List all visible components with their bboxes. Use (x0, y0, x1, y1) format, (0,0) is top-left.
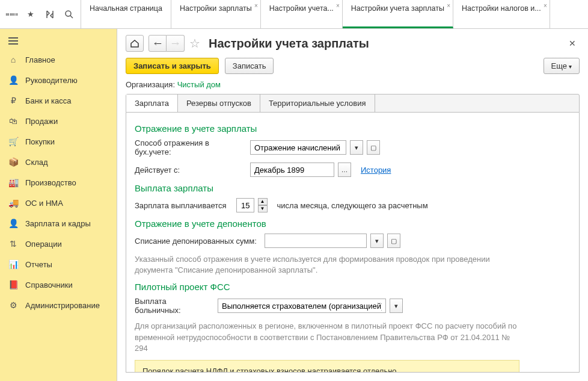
top-bar: ★ Начальная страницаНастройки зарплаты×Н… (0, 0, 588, 29)
subtabs: ЗарплатаРезервы отпусковТерриториальные … (126, 94, 580, 113)
deponent-input[interactable] (265, 234, 367, 248)
sidebar: ⌂Главное👤Руководителю₽Банк и касса🛍Прода… (0, 29, 117, 381)
ruble-icon: ₽ (8, 96, 18, 105)
sidebar-item-label: Продажи (25, 117, 58, 126)
organization-label: Организация: (126, 80, 175, 89)
payment-after-label: числа месяца, следующего за расчетным (277, 201, 428, 210)
book-icon: 📕 (8, 280, 18, 290)
sidebar-item-11[interactable]: 📕Справочники (0, 274, 117, 295)
sidebar-item-6[interactable]: 🏭Производство (0, 172, 117, 193)
search-icon[interactable] (64, 9, 75, 20)
subtab-2[interactable]: Территориальные условия (260, 94, 375, 112)
reflection-label: Способ отражения в бух.учете: (135, 138, 247, 156)
save-button[interactable]: Записать (225, 58, 274, 74)
top-tab-4[interactable]: Настройки налогов и...× (453, 0, 550, 28)
payment-day-input[interactable] (236, 198, 254, 212)
section-salary-payment: Выплата зарплаты (135, 183, 571, 193)
sidebar-item-7[interactable]: 🚚ОС и НМА (0, 193, 117, 213)
gear-icon: ⚙ (8, 300, 18, 310)
sidebar-item-5[interactable]: 📦Склад (0, 152, 117, 172)
sidebar-item-label: Зарплата и кадры (25, 219, 91, 228)
tab-title: Настройки налогов и... (462, 4, 541, 13)
subtab-1[interactable]: Резервы отпусков (178, 94, 260, 112)
organization-link[interactable]: Чистый дом (177, 80, 221, 89)
tab-close-icon[interactable]: × (254, 2, 258, 9)
section-fss: Пилотный проект ФСС (135, 282, 571, 292)
highlight-box: Порядок расчета НДФЛ и страховых взносов… (135, 360, 519, 373)
top-tab-2[interactable]: Настройки учета...× (261, 0, 343, 28)
person-icon: 👤 (8, 75, 18, 85)
tab-close-icon[interactable]: × (447, 2, 450, 9)
history-icon[interactable] (44, 9, 55, 20)
payment-label: Зарплата выплачивается (135, 201, 227, 210)
sidebar-item-label: Операции (25, 240, 62, 249)
sidebar-item-label: Справочники (25, 280, 73, 290)
payment-day-stepper[interactable]: ▲▼ (258, 198, 268, 212)
sidebar-item-8[interactable]: 👤Зарплата и кадры (0, 213, 117, 234)
sidebar-item-label: Главное (25, 55, 55, 64)
tab-strip: Начальная страницаНастройки зарплаты×Нас… (81, 0, 588, 28)
home-button[interactable] (126, 35, 144, 52)
truck-icon: 🚚 (8, 198, 18, 208)
sidebar-item-4[interactable]: 🛒Покупки (0, 131, 117, 152)
sidebar-item-10[interactable]: 📊Отчеты (0, 254, 117, 274)
history-link[interactable]: История (361, 166, 391, 175)
sidebar-item-label: Отчеты (25, 260, 52, 269)
apps-icon[interactable] (6, 9, 17, 20)
star-icon[interactable]: ★ (25, 9, 36, 20)
back-button[interactable]: 🡐 (149, 35, 167, 52)
sidebar-toggle[interactable] (0, 33, 117, 49)
tab-title: Настройки учета зарплаты (351, 4, 444, 13)
effective-label: Действует с: (135, 166, 247, 175)
sidebar-item-label: ОС и НМА (25, 199, 63, 208)
sidebar-item-0[interactable]: ⌂Главное (0, 49, 117, 70)
cart-icon: 🛒 (8, 137, 18, 146)
sidebar-item-2[interactable]: ₽Банк и касса (0, 90, 117, 111)
user-icon: 👤 (8, 218, 18, 228)
top-tab-0[interactable]: Начальная страница (81, 0, 171, 28)
sidebar-item-label: Банк и касса (25, 96, 72, 105)
sick-dropdown-button[interactable]: ▾ (390, 299, 403, 313)
top-tab-1[interactable]: Настройки зарплаты× (171, 0, 261, 28)
close-page-button[interactable]: ✕ (565, 39, 580, 48)
page-title: Настройки учета зарплаты (209, 37, 369, 51)
chart-icon: 📊 (8, 259, 18, 269)
save-and-close-button[interactable]: Записать и закрыть (126, 58, 219, 74)
sidebar-item-label: Склад (25, 158, 48, 167)
sidebar-item-label: Администрирование (25, 301, 100, 310)
reflection-open-button[interactable]: ▢ (367, 140, 380, 155)
tab-close-icon[interactable]: × (544, 2, 547, 9)
deponent-dropdown-button[interactable]: ▾ (370, 234, 384, 248)
sidebar-item-label: Покупки (25, 137, 55, 146)
sidebar-item-3[interactable]: 🛍Продажи (0, 111, 117, 131)
section-salary-reflection: Отражение в учете зарплаты (135, 123, 571, 134)
top-tab-3[interactable]: Настройки учета зарплаты× (343, 0, 453, 28)
favorite-icon[interactable]: ☆ (189, 36, 200, 51)
sidebar-item-12[interactable]: ⚙Администрирование (0, 295, 117, 315)
forward-button[interactable]: 🡒 (167, 35, 185, 52)
sidebar-item-9[interactable]: ⇅Операции (0, 234, 117, 254)
fss-note: Для организаций расположенных в регионе,… (135, 321, 519, 354)
effective-picker-button[interactable]: … (338, 163, 351, 177)
tab-title: Настройки зарплаты (180, 4, 252, 13)
reflection-input[interactable] (250, 140, 346, 155)
effective-input[interactable] (250, 163, 334, 177)
sidebar-item-label: Руководителю (25, 76, 78, 85)
content-area: 🡐 🡒 ☆ Настройки учета зарплаты ✕ Записат… (117, 29, 588, 381)
tab-title: Начальная страница (90, 4, 162, 13)
more-button[interactable]: Еще▾ (544, 58, 580, 74)
reflection-dropdown-button[interactable]: ▾ (350, 140, 363, 155)
deponent-note: Указанный способ отражения в учете испол… (135, 254, 519, 276)
sick-input[interactable] (218, 299, 386, 313)
svg-line-1 (70, 16, 73, 18)
section-deponent: Отражение в учете депонентов (135, 218, 571, 229)
sidebar-item-label: Производство (25, 178, 76, 187)
subtab-0[interactable]: Зарплата (126, 94, 178, 112)
deponent-label: Списание депонированных сумм: (135, 237, 261, 246)
sidebar-item-1[interactable]: 👤Руководителю (0, 70, 117, 90)
chevron-down-icon: ▾ (569, 63, 572, 70)
factory-icon: 🏭 (8, 178, 18, 187)
top-icon-group: ★ (0, 0, 81, 28)
tab-close-icon[interactable]: × (336, 2, 340, 9)
deponent-open-button[interactable]: ▢ (387, 234, 400, 248)
